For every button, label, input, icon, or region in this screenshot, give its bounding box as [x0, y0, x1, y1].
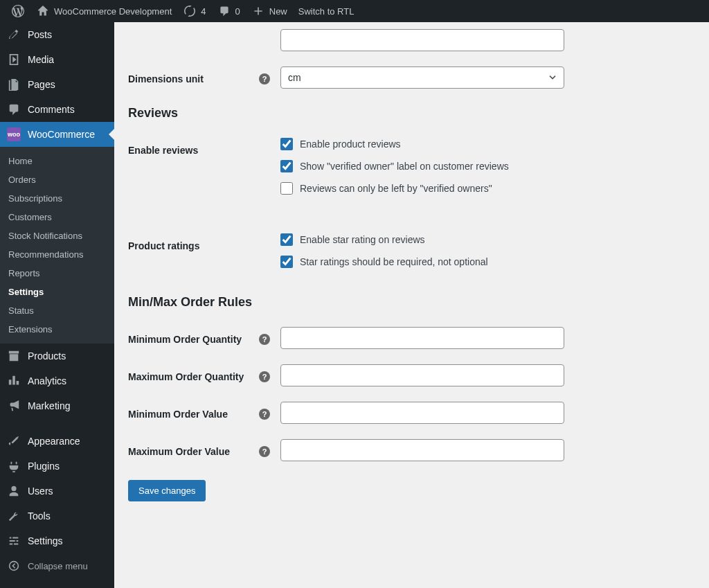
submenu-stock-notifications[interactable]: Stock Notifications [0, 226, 114, 245]
site-name-link[interactable]: WooCommerce Development [30, 0, 177, 22]
wrench-icon [7, 509, 21, 523]
page-icon [7, 78, 21, 91]
brush-icon [7, 434, 21, 448]
rtl-label: Switch to RTL [298, 6, 354, 17]
plus-icon [251, 4, 265, 18]
menu-products[interactable]: Products [0, 344, 114, 368]
updates-link[interactable]: 4 [177, 0, 211, 22]
product-ratings-label: Product ratings [128, 240, 199, 251]
pin-icon [7, 28, 21, 42]
menu-plugins[interactable]: Plugins [0, 454, 114, 479]
menu-media[interactable]: Media [0, 47, 114, 72]
menu-woocommerce[interactable]: woo WooCommerce [0, 122, 114, 147]
dimensions-label: Dimensions unit [128, 73, 204, 84]
row-cut-top: ? [128, 29, 695, 51]
submenu-orders[interactable]: Orders [0, 170, 114, 189]
refresh-icon [183, 4, 197, 18]
min-val-input[interactable] [280, 402, 564, 424]
row-min-qty: Minimum Order Quantity ? [128, 327, 695, 349]
comment-icon [217, 4, 231, 18]
checkbox-enable-product-reviews[interactable]: Enable product reviews [280, 138, 564, 150]
comments-link[interactable]: 0 [212, 0, 246, 22]
new-label: New [269, 6, 287, 17]
minmax-heading: Min/Max Order Rules [128, 295, 695, 310]
help-icon[interactable]: ? [259, 371, 270, 382]
checkbox-verified-owner-label[interactable]: Show "verified owner" label on customer … [280, 160, 564, 172]
submenu-subscriptions[interactable]: Subscriptions [0, 189, 114, 208]
submenu-reports[interactable]: Reports [0, 264, 114, 283]
megaphone-icon [7, 399, 21, 413]
submenu-extensions[interactable]: Extensions [0, 320, 114, 339]
site-name: WooCommerce Development [54, 6, 172, 17]
comments-count: 0 [235, 6, 240, 17]
row-enable-reviews: Enable reviews Enable product reviews Sh… [128, 138, 695, 204]
svg-point-0 [10, 562, 19, 571]
row-max-val: Maximum Order Value ? [128, 439, 695, 461]
admin-bar: WooCommerce Development 4 0 New Switch t… [0, 0, 709, 22]
submenu-status[interactable]: Status [0, 301, 114, 320]
menu-analytics[interactable]: Analytics [0, 368, 114, 393]
menu-tools[interactable]: Tools [0, 504, 114, 528]
media-icon [7, 53, 21, 66]
max-qty-input[interactable] [280, 364, 564, 386]
submenu-settings[interactable]: Settings [0, 283, 114, 301]
checkbox-input[interactable] [280, 256, 293, 268]
checkbox-input[interactable] [280, 182, 293, 195]
checkbox-input[interactable] [280, 138, 293, 150]
menu-posts[interactable]: Posts [0, 22, 114, 47]
collapse-menu[interactable]: Collapse menu [0, 553, 114, 578]
archive-icon [7, 349, 21, 363]
admin-sidebar: Posts Media Pages Comments woo WooCommer… [0, 22, 114, 588]
submenu-home[interactable]: Home [0, 152, 114, 170]
woo-icon: woo [7, 127, 21, 141]
sliders-icon [7, 534, 21, 548]
row-product-ratings: Product ratings Enable star rating on re… [128, 233, 695, 278]
row-max-qty: Maximum Order Quantity ? [128, 364, 695, 386]
new-content-link[interactable]: New [246, 0, 293, 22]
menu-pages[interactable]: Pages [0, 72, 114, 97]
max-val-label: Maximum Order Value [128, 446, 230, 457]
row-min-val: Minimum Order Value ? [128, 402, 695, 424]
row-dimensions: Dimensions unit ? cm [128, 66, 695, 89]
help-icon[interactable]: ? [259, 36, 270, 47]
wp-logo[interactable] [6, 0, 30, 22]
woocommerce-submenu: Home Orders Subscriptions Customers Stoc… [0, 147, 114, 344]
user-icon [7, 484, 21, 498]
comments-icon [7, 103, 21, 116]
checkbox-enable-star-rating[interactable]: Enable star rating on reviews [280, 233, 564, 246]
checkbox-only-verified[interactable]: Reviews can only be left by "verified ow… [280, 182, 564, 195]
max-val-input[interactable] [280, 439, 564, 461]
help-icon[interactable]: ? [259, 334, 270, 345]
save-button[interactable]: Save changes [128, 480, 206, 501]
enable-reviews-label: Enable reviews [128, 145, 198, 156]
submenu-recommendations[interactable]: Recommendations [0, 245, 114, 264]
menu-settings[interactable]: Settings [0, 528, 114, 553]
cut-input[interactable] [280, 29, 564, 51]
chart-icon [7, 374, 21, 388]
rtl-switch[interactable]: Switch to RTL [293, 0, 360, 22]
dimensions-select[interactable]: cm [280, 66, 564, 89]
min-val-label: Minimum Order Value [128, 409, 228, 420]
max-qty-label: Maximum Order Quantity [128, 371, 244, 382]
checkbox-input[interactable] [280, 233, 293, 246]
help-icon[interactable]: ? [259, 73, 270, 84]
checkbox-star-required[interactable]: Star ratings should be required, not opt… [280, 256, 564, 268]
menu-comments[interactable]: Comments [0, 97, 114, 122]
home-icon [36, 4, 50, 18]
checkbox-input[interactable] [280, 160, 293, 172]
collapse-icon [7, 559, 21, 573]
menu-users[interactable]: Users [0, 479, 114, 504]
help-icon[interactable]: ? [259, 409, 270, 420]
min-qty-label: Minimum Order Quantity [128, 334, 242, 345]
min-qty-input[interactable] [280, 327, 564, 349]
wordpress-icon [11, 4, 25, 18]
help-icon[interactable]: ? [259, 446, 270, 457]
menu-appearance[interactable]: Appearance [0, 429, 114, 454]
submenu-customers[interactable]: Customers [0, 208, 114, 226]
settings-content: ? Dimensions unit ? cm Reviews Enable re… [114, 22, 709, 588]
plug-icon [7, 459, 21, 473]
reviews-heading: Reviews [128, 106, 695, 121]
updates-count: 4 [201, 6, 206, 17]
menu-marketing[interactable]: Marketing [0, 393, 114, 418]
